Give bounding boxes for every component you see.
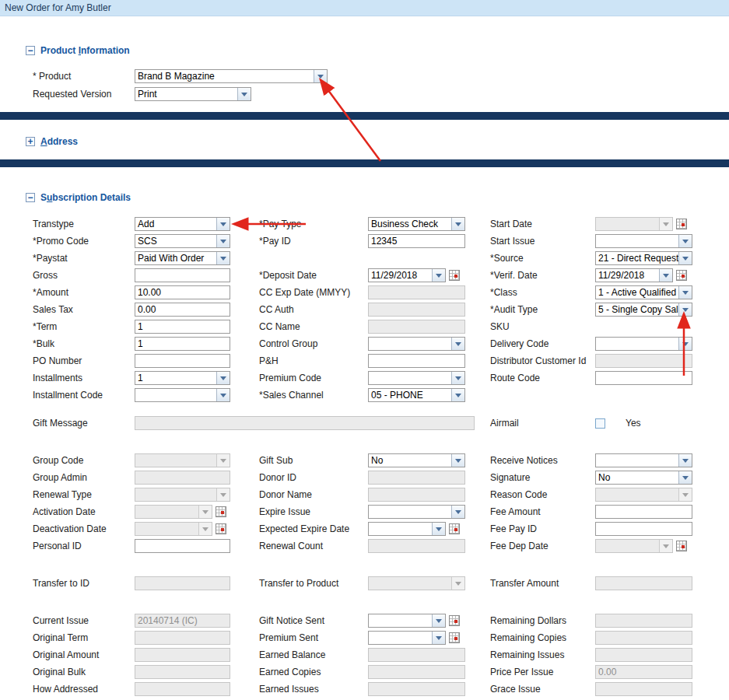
chevron-down-icon[interactable] [216,389,230,401]
field-label-promo-code: *Promo Code [33,236,135,247]
field-sales-tax-input[interactable] [135,303,230,317]
field-route-code-input[interactable] [595,371,692,385]
calendar-icon[interactable] [449,632,460,643]
field-product-select[interactable]: Brand B Magazine [135,69,328,83]
chevron-down-icon[interactable] [678,235,692,247]
field-receive-notices-select[interactable] [595,453,692,467]
field-premium-code-select[interactable] [368,371,465,385]
section-title[interactable]: Product Information [40,45,130,56]
field-paystat-select[interactable]: Paid With Order [135,251,230,265]
chevron-glyph [455,459,461,466]
chevron-down-icon[interactable] [432,523,445,535]
field-p-h-input[interactable] [368,354,465,368]
chevron-down-icon[interactable] [678,252,692,264]
chevron-down-icon[interactable] [216,252,230,264]
field-label-grace-issue: Grace Issue [490,684,595,695]
field-bulk-input[interactable] [135,337,230,351]
field-airmail-checkbox[interactable] [595,418,605,429]
section-header-subscription-details[interactable]: − Subscription Details [0,192,729,203]
field-deposit-date-select[interactable]: 11/29/2018 [368,268,446,282]
section-header-product-information[interactable]: − Product Information [0,45,729,56]
field-term-input[interactable] [135,320,230,334]
chevron-down-icon[interactable] [451,372,464,384]
field-fee-amount-input[interactable] [595,505,692,519]
field-cell [368,665,490,679]
field-cell [135,471,259,485]
field-start-issue-select[interactable] [595,234,692,248]
chevron-down-icon[interactable] [216,218,230,230]
chevron-down-icon[interactable] [432,632,445,644]
field-po-number-input[interactable] [135,354,230,368]
field-original-bulk-input [135,665,230,679]
field-signature-select[interactable]: No [595,471,692,485]
expand-icon[interactable]: + [26,137,35,146]
collapse-icon[interactable]: − [26,193,35,202]
field-fee-pay-id-input[interactable] [595,522,692,536]
field-delivery-code-select[interactable] [595,337,692,351]
calendar-icon[interactable] [449,523,460,534]
chevron-down-icon[interactable] [432,614,445,627]
chevron-glyph [455,376,461,383]
chevron-down-icon[interactable] [216,235,230,247]
field-promo-code-select[interactable]: SCS [135,234,230,248]
field-label-deactivation-date: Deactivation Date [33,523,135,534]
field-label-renewal-type: Renewal Type [33,489,135,500]
field-expected-expire-date-select[interactable] [368,522,446,536]
field-control-group-select[interactable] [368,337,465,351]
chevron-down-icon[interactable] [678,286,692,299]
chevron-down-icon[interactable] [237,88,251,100]
chevron-down-icon[interactable] [678,471,692,484]
field-source-select[interactable]: 21 - Direct Request [595,251,692,265]
chevron-down-icon[interactable] [451,338,464,350]
calendar-icon[interactable] [449,270,460,281]
field-sales-channel-select[interactable]: 05 - PHONE [368,388,465,402]
field-pay-type-select[interactable]: Business Check [368,217,465,231]
field-label-original-amount: Original Amount [33,649,135,660]
field-gift-notice-sent-select[interactable] [368,614,446,628]
calendar-icon[interactable] [676,270,687,281]
field-class-select[interactable]: 1 - Active Qualified [595,285,692,299]
field-label-gift-message: Gift Message [33,418,135,429]
field-reason-code-select [595,488,692,502]
section-title[interactable]: Subscription Details [40,192,131,203]
field-installment-code-select[interactable] [135,388,230,402]
section-header-address[interactable]: + Address [0,136,729,147]
section-title[interactable]: Address [40,136,78,147]
field-requested-version-select[interactable]: Print [135,87,251,101]
chevron-down-icon[interactable] [451,218,464,230]
field-cell [595,354,729,368]
collapse-icon[interactable]: − [26,46,35,55]
chevron-down-icon[interactable] [314,70,327,82]
chevron-down-icon[interactable] [451,506,464,518]
calendar-icon[interactable] [449,615,460,626]
field-pay-id-input[interactable] [368,234,465,248]
row-spacer [33,555,729,575]
field-cell [368,488,490,502]
field-amount-input[interactable] [135,285,230,299]
chevron-down-icon[interactable] [432,269,445,282]
chevron-down-icon[interactable] [678,303,692,316]
field-label-requested-version: Requested Version [33,89,135,100]
select-value [135,523,198,535]
field-gift-sub-select[interactable]: No [368,453,465,467]
field-installments-select[interactable]: 1 [135,371,230,385]
field-expire-issue-select[interactable] [368,505,465,519]
field-audit-type-select[interactable]: 5 - Single Copy Sal [595,303,692,317]
chevron-down-icon[interactable] [678,338,692,350]
field-premium-sent-select[interactable] [368,631,446,645]
chevron-down-icon[interactable] [451,454,464,467]
chevron-glyph [455,582,461,589]
chevron-down-icon[interactable] [659,269,672,282]
field-cell [368,614,490,628]
field-transtype-select[interactable]: Add [135,217,230,231]
field-label-cc-name: CC Name [259,321,368,332]
field-gross-input[interactable] [135,268,230,282]
field-label-group-code: Group Code [33,455,135,466]
field-personal-id-input[interactable] [135,539,230,553]
chevron-down-icon[interactable] [678,454,692,467]
chevron-down-icon[interactable] [451,389,464,401]
chevron-down-icon[interactable] [216,372,230,384]
field-verif-date-select[interactable]: 11/29/2018 [595,268,673,282]
field-requested-version-wrap: Print [135,87,251,101]
field-label-premium-code: Premium Code [259,373,368,383]
